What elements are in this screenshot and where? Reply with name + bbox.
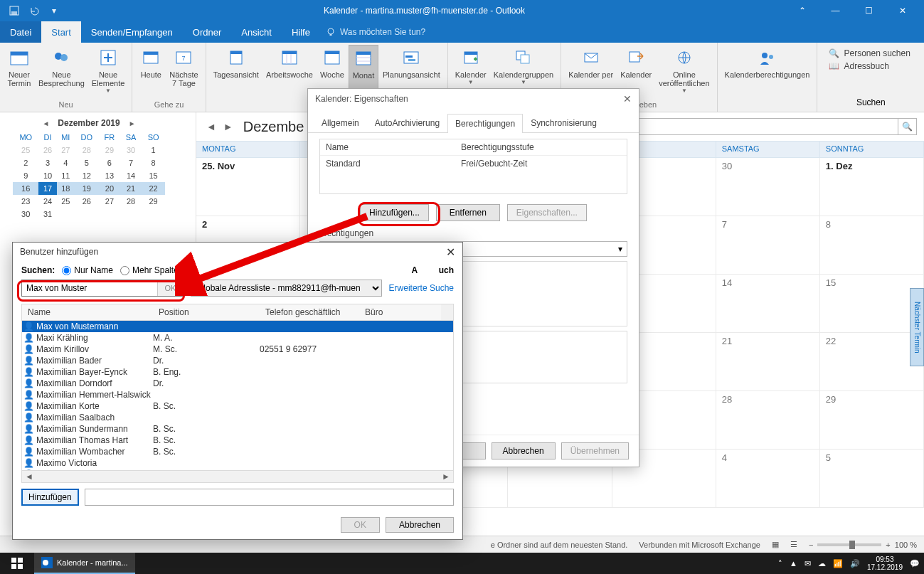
horizontal-scrollbar[interactable]: ◄► <box>22 470 453 482</box>
month-next-button[interactable]: ► <box>221 121 236 132</box>
result-row[interactable]: 👤Maximilian Bayer-EynckB. Eng. <box>22 366 453 378</box>
tray-onedrive-icon[interactable]: ☁ <box>818 559 826 568</box>
search-ok-button[interactable]: OK <box>157 280 183 296</box>
tray-chevron-icon[interactable]: ˄ <box>778 559 782 568</box>
opt-more-columns[interactable]: Mehr Spalten <box>120 265 183 275</box>
search-input-wrap: OK <box>21 280 184 297</box>
menu-view[interactable]: Ansicht <box>231 21 282 43</box>
tray-notifications-icon[interactable]: 💬 <box>910 559 920 568</box>
props-tab-2[interactable]: Berechtigungen <box>447 114 523 133</box>
result-row[interactable]: 👤Maximilian Hemmert-Halswick <box>22 389 453 400</box>
adduser-cancel-button[interactable]: Abbrechen <box>386 517 454 533</box>
minimize-button[interactable]: — <box>819 0 851 21</box>
col-position[interactable]: Position <box>153 304 260 320</box>
props-close-button[interactable]: ✕ <box>623 93 632 105</box>
result-row[interactable]: 👤Maximilian BaderDr. <box>22 355 453 366</box>
tray-volume-icon[interactable]: 🔊 <box>850 559 860 568</box>
props-tabs: AllgemeinAutoArchivierungBerechtigungenS… <box>308 109 639 133</box>
result-row[interactable]: 👤Maximilian DorndorfDr. <box>22 378 453 389</box>
advanced-search-link[interactable]: Erweiterte Suche <box>389 283 454 293</box>
next-7-days-button[interactable]: 7Nächste 7 Tage <box>166 45 201 100</box>
view-normal-icon[interactable]: ▦ <box>772 540 779 549</box>
props-tab-3[interactable]: Synchronisierung <box>523 113 605 132</box>
qa-chevron-down-icon[interactable]: ▾ <box>46 3 63 18</box>
system-tray[interactable]: ˄ ▲ ✉ ☁ 📶 🔊 09:5317.12.2019 💬 <box>778 556 924 571</box>
taskbar-clock[interactable]: 09:5317.12.2019 <box>867 556 903 571</box>
mini-calendar-grid[interactable]: MODIMIDOFRSASO25262728293012345678910111… <box>13 131 165 220</box>
ribbon-options-icon[interactable]: ⌃ <box>786 0 818 21</box>
svg-rect-16 <box>282 51 297 54</box>
menu-sendrecv[interactable]: Senden/Empfangen <box>81 21 183 43</box>
result-row[interactable]: 👤Maximilian KorteB. Sc. <box>22 400 453 412</box>
status-message: e Ordner sind auf dem neuesten Stand. <box>491 541 628 549</box>
perm-row-name[interactable]: Standard <box>320 156 455 171</box>
props-tab-0[interactable]: Allgemein <box>314 113 367 132</box>
add-permission-button[interactable]: Hinzufügen... <box>360 204 429 221</box>
save-icon[interactable] <box>6 3 23 18</box>
person-icon: 👤 <box>23 368 33 376</box>
sidebar: ◄ Dezember 2019 ► MODIMIDOFRSASO25262728… <box>0 112 178 223</box>
maximize-button[interactable]: ☐ <box>853 0 885 21</box>
props-tab-1[interactable]: AutoArchivierung <box>367 113 447 132</box>
col-name[interactable]: Name <box>22 304 153 320</box>
person-icon: 👤 <box>23 425 33 433</box>
svg-rect-14 <box>230 51 242 54</box>
calendar-search-button[interactable]: 🔍 <box>898 118 917 135</box>
add-to-list-field[interactable] <box>85 489 454 506</box>
chevron-down-icon: ▾ <box>618 244 622 254</box>
month-prev-button[interactable]: ◄ <box>203 121 219 132</box>
props-cancel-button[interactable]: Abbrechen <box>492 442 556 459</box>
start-button[interactable] <box>0 553 34 574</box>
tray-network-icon[interactable]: 📶 <box>833 559 843 568</box>
day-view-button[interactable]: Tagesansicht <box>211 45 262 100</box>
adduser-title: Benutzer hinzufügen <box>20 247 98 257</box>
view-reading-icon[interactable]: ☰ <box>790 540 797 549</box>
opt-name-only[interactable]: Nur Name <box>62 265 113 275</box>
remove-permission-button[interactable]: Entfernen <box>436 204 500 221</box>
result-row[interactable]: 👤Maximilian Thomas HartB. Sc. <box>22 435 453 446</box>
props-apply-button[interactable]: Übernehmen <box>561 442 629 459</box>
close-button[interactable]: ✕ <box>886 0 918 21</box>
permission-properties-button[interactable]: Eigenschaften... <box>507 204 587 221</box>
col-phone[interactable]: Telefon geschäftlich <box>260 304 359 320</box>
menu-folder[interactable]: Ordner <box>183 21 231 43</box>
taskbar-outlook[interactable]: Kalender - martina... <box>34 553 135 574</box>
new-meeting-button[interactable]: Neue Besprechung <box>36 45 87 100</box>
zoom-control[interactable]: −+100 % <box>809 541 917 549</box>
result-row[interactable]: 👤Maximilian Saalbach <box>22 412 453 423</box>
result-row[interactable]: 👤Maximo Victoria <box>22 457 453 469</box>
col-office[interactable]: Büro <box>359 304 441 320</box>
result-row[interactable]: 👤Maxim KirillovM. Sc.02551 9 62977 <box>22 344 453 355</box>
result-row[interactable]: 👤Maximilian WombacherB. Sc. <box>22 446 453 457</box>
svg-text:7: 7 <box>182 55 186 62</box>
tell-me[interactable]: Was möchten Sie tun? <box>326 21 425 43</box>
addressbook-dropdown[interactable]: Globale Adressliste - mm882911@fh-muen <box>191 280 382 297</box>
addressbook-button[interactable]: 📖Adressbuch <box>824 60 893 73</box>
mini-next-button[interactable]: ► <box>129 119 136 127</box>
tray-shield-icon[interactable]: ▲ <box>790 559 797 568</box>
tray-outlook-icon[interactable]: ✉ <box>804 559 811 568</box>
adduser-ok-button[interactable]: OK <box>341 517 380 533</box>
new-appointment-button[interactable]: Neuer Termin <box>4 45 34 100</box>
search-people[interactable]: 🔍Personen suchen <box>824 47 914 60</box>
adduser-close-button[interactable]: ✕ <box>446 245 455 259</box>
permissions-list[interactable]: NameBerechtigungsstufe StandardFrei/Gebu… <box>319 139 627 194</box>
user-search-input[interactable] <box>22 280 157 296</box>
add-to-list-button[interactable]: Hinzufügen <box>21 489 79 506</box>
undo-icon[interactable] <box>26 3 43 18</box>
publish-online-button[interactable]: Online veröffentlichen▼ <box>656 45 712 100</box>
menu-start[interactable]: Start <box>41 21 80 43</box>
menu-file[interactable]: Datei <box>0 21 41 43</box>
group-goto-label: Gehe zu <box>137 100 201 112</box>
result-row[interactable]: 👤Max von Mustermann <box>22 321 453 332</box>
new-items-button[interactable]: Neue Elemente▼ <box>89 45 127 100</box>
next-appointment-tab[interactable]: Nächster Termin <box>910 288 924 366</box>
menu-help[interactable]: Hilfe <box>282 21 320 43</box>
today-button[interactable]: Heute <box>137 45 165 100</box>
window-title: Kalender - martina.muster@fh-muenster.de… <box>63 6 786 16</box>
result-row[interactable]: 👤Maxi KrählingM. A. <box>22 332 453 344</box>
result-row[interactable]: 👤Maximilian SundermannB. Sc. <box>22 423 453 435</box>
mini-prev-button[interactable]: ◄ <box>42 119 49 127</box>
calendar-permissions-button[interactable]: Kalenderberechtigungen <box>722 45 813 100</box>
svg-rect-5 <box>11 52 28 55</box>
